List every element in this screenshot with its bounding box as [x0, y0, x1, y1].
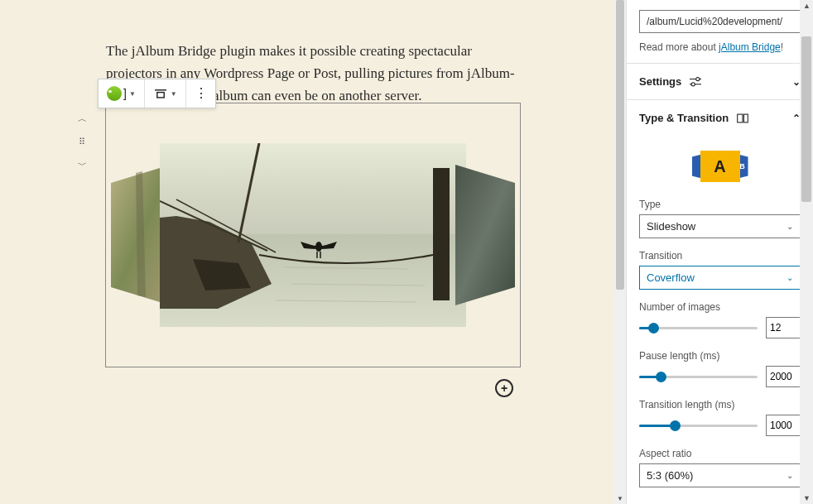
jalbum-icon [107, 86, 122, 101]
panel-type-transition-body: A B Type Slideshow ⌄ Transition Coverflo… [627, 136, 813, 504]
align-button[interactable]: ▼ [145, 79, 186, 108]
drag-handle[interactable]: ⠿ [73, 132, 91, 151]
svg-rect-22 [744, 114, 748, 122]
read-more-text: Read more about jAlbum Bridge! [639, 41, 801, 53]
pause-input[interactable] [766, 366, 801, 387]
trans-len-label: Transition length (ms) [639, 399, 801, 410]
slider-thumb[interactable] [670, 420, 681, 431]
type-value: Slideshow [647, 220, 695, 233]
jalbum-bridge-link[interactable]: jAlbum Bridge [719, 41, 781, 53]
panel-title: Type & Transition [639, 112, 729, 124]
editor-scrollbar[interactable]: ▲ ▼ [614, 0, 626, 504]
chevron-down-icon: ⌄ [787, 222, 793, 231]
settings-sliders-icon [688, 76, 703, 88]
transition-icon [735, 113, 750, 124]
window-scrollbar[interactable]: ▲ ▼ [800, 0, 813, 504]
num-images-input[interactable] [766, 317, 801, 338]
panel-settings[interactable]: Settings ⌄ [627, 63, 813, 99]
type-select[interactable]: Slideshow ⌄ [639, 214, 801, 238]
block-mover: ︿ ⠿ ﹀ [73, 109, 93, 174]
scroll-up-icon: ▲ [803, 2, 811, 10]
svg-rect-0 [155, 89, 166, 90]
block-type-button[interactable]: ] ▼ [99, 79, 145, 108]
svg-point-18 [696, 77, 700, 80]
block-toolbar: ] ▼ ▼ ⋮ [98, 79, 216, 108]
transition-select[interactable]: Coverflow ⌄ [639, 266, 801, 290]
bracket-decor: ] [123, 87, 127, 100]
move-down-button[interactable]: ﹀ [73, 156, 91, 174]
aspect-label: Aspect ratio [639, 448, 801, 459]
chevron-down-icon: ▼ [129, 90, 136, 98]
svg-marker-16 [455, 165, 515, 305]
more-vertical-icon: ⋮ [195, 87, 207, 100]
add-block-button[interactable]: + [495, 379, 513, 397]
num-images-slider[interactable] [639, 327, 758, 329]
svg-rect-4 [160, 143, 466, 234]
inspector-sidebar: Read more about jAlbum Bridge! Settings … [626, 0, 813, 504]
transition-preview: A B [639, 136, 801, 199]
editor-canvas: The jAlbum Bridge plugin makes it possib… [0, 0, 626, 504]
trans-len-slider[interactable] [639, 425, 758, 427]
chevron-up-icon: ︿ [78, 113, 87, 125]
chevron-down-icon: ⌄ [787, 471, 793, 480]
slider-thumb[interactable] [656, 372, 666, 382]
more-options-button[interactable]: ⋮ [186, 79, 215, 108]
scroll-thumb[interactable] [616, 0, 624, 290]
aspect-select[interactable]: 5:3 (60%) ⌄ [639, 463, 801, 487]
chevron-down-icon: ﹀ [78, 159, 87, 171]
svg-point-20 [691, 82, 695, 85]
transition-value: Coverflow [647, 271, 695, 284]
trans-len-input[interactable] [766, 415, 801, 436]
align-center-icon [153, 88, 168, 99]
panel-type-transition[interactable]: Type & Transition ⌃ [627, 99, 813, 136]
slide-right [455, 165, 515, 305]
pause-slider[interactable] [639, 376, 758, 378]
scroll-thumb[interactable] [801, 36, 811, 202]
chevron-down-icon: ▼ [171, 90, 177, 98]
panel-title: Settings [639, 75, 681, 88]
type-label: Type [639, 199, 801, 210]
scroll-down-icon: ▼ [803, 494, 811, 502]
svg-rect-1 [157, 93, 164, 98]
move-up-button[interactable]: ︿ [73, 109, 91, 127]
aspect-value: 5:3 (60%) [647, 469, 693, 482]
slide-center [160, 143, 466, 327]
album-url-input[interactable] [639, 10, 801, 33]
transition-label: Transition [639, 250, 801, 262]
scroll-down-icon: ▼ [617, 495, 623, 502]
svg-rect-21 [738, 114, 743, 122]
preview-main-slide: A [700, 151, 740, 182]
slider-thumb[interactable] [648, 323, 659, 334]
svg-rect-9 [433, 168, 450, 300]
num-images-label: Number of images [639, 301, 801, 313]
drag-icon: ⠿ [79, 137, 85, 147]
chevron-down-icon: ⌄ [787, 273, 793, 282]
pause-label: Pause length (ms) [639, 350, 801, 362]
plus-icon: + [501, 382, 508, 395]
jalbum-block[interactable] [105, 103, 521, 367]
